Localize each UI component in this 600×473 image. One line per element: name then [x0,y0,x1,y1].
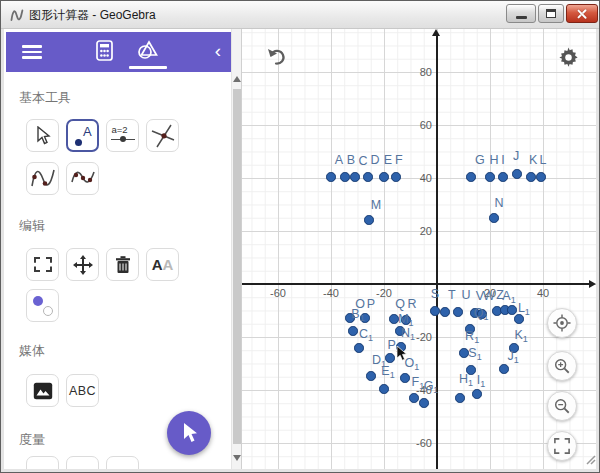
window-title: 图形计算器 - GeoGebra [29,7,156,24]
sidebar: ‹ 基本工具 A a=2 [4,29,231,469]
move-arrows-icon [71,253,95,277]
graph-point-A[interactable] [326,172,336,182]
scrollbar-down-arrow[interactable] [233,455,241,461]
minimize-button[interactable] [506,4,536,23]
y-tick-label: -60 [400,437,432,449]
undo-button[interactable] [266,47,290,69]
tool-point-style[interactable] [26,289,59,322]
point-label: P [367,297,375,311]
tool-delete[interactable] [106,248,139,281]
graph-point-E1[interactable] [379,384,389,394]
tool-label-style[interactable]: AA [146,248,179,281]
y-tick-label: 80 [400,66,432,78]
graph-point-G[interactable] [466,172,476,182]
point-label: C1 [359,327,373,344]
tool-function-through-points[interactable] [26,162,59,195]
graph-point-D[interactable] [363,172,373,182]
point-label: C [359,154,368,168]
tool-area[interactable]: cm² [106,456,139,469]
standard-view-button[interactable] [547,308,577,338]
graph-point-J1[interactable] [499,364,509,374]
graph-point-U[interactable] [453,307,463,317]
graph-point-O1[interactable] [400,373,410,383]
x-tick-label: -40 [323,287,339,299]
graph-point-E[interactable] [379,172,389,182]
scrollbar-thumb[interactable] [233,89,241,444]
angle-icon [34,464,52,470]
graph-point-F[interactable] [391,172,401,182]
point-label: L1 [518,301,530,318]
app-content: ‹ 基本工具 A a=2 [4,29,596,469]
graphics-view[interactable]: -60-40-20204080604020-20-40-60 ABCDEFGHI… [242,29,596,469]
zoom-in-button[interactable] [547,351,577,381]
graph-point-A1[interactable] [507,305,517,315]
section-label-measure: 度量 [19,431,45,449]
tool-select[interactable] [26,248,59,281]
scrollbar-up-arrow[interactable] [233,76,241,82]
image-icon [33,382,53,400]
graph-point-L[interactable] [536,172,546,182]
titlebar[interactable]: 图形计算器 - GeoGebra [1,1,599,29]
tools-fab-button[interactable] [167,411,211,455]
graph-point-B1[interactable] [348,326,358,336]
graph-point-N[interactable] [489,213,499,223]
resize-grip[interactable] [584,451,596,469]
graph-point-P1[interactable] [385,353,395,363]
point-label: Q1 [474,306,489,323]
sidebar-header: ‹ [6,32,231,72]
fullscreen-icon [554,438,570,454]
tool-intersect[interactable] [146,119,179,152]
undo-icon [266,47,288,67]
slider-icon: a=2 [111,126,135,146]
graph-point-D1[interactable] [366,371,376,381]
graph-point-K[interactable] [526,172,536,182]
graph-point-T[interactable] [440,307,450,317]
graph-point-G1[interactable] [419,398,429,408]
graph-point-I1[interactable] [472,389,482,399]
tool-point[interactable]: A [66,119,99,152]
graph-point-C[interactable] [350,172,360,182]
tab-calculator[interactable] [81,32,127,72]
curve-icon [30,166,56,192]
sidebar-scrollbar[interactable] [231,29,241,469]
section-label-edit: 编辑 [19,217,45,235]
point-label: K1 [514,328,527,345]
point-label: L [539,153,546,167]
standard-view-icon [553,314,571,332]
point-label: B [347,153,355,167]
point-label: E [384,153,392,167]
tool-slider[interactable]: a=2 [106,119,139,152]
point-label: R [407,297,416,311]
graph-point-C1[interactable] [354,343,364,353]
tool-image[interactable] [26,374,59,407]
tool-fit-curve[interactable] [66,162,99,195]
graph-point-H[interactable] [485,172,495,182]
tool-text[interactable]: ABC [66,374,99,407]
graph-point-M[interactable] [364,215,374,225]
text-tool-icon: ABC [69,384,96,398]
graph-point-H1[interactable] [455,393,465,403]
collapse-sidebar-button[interactable]: ‹ [215,40,221,62]
zoom-out-button[interactable] [547,391,577,421]
tool-angle[interactable] [26,456,59,469]
point-label: K [529,153,537,167]
graph-point-J[interactable] [512,169,522,179]
maximize-button[interactable] [538,4,564,23]
section-label-media: 媒体 [19,342,45,360]
x-axis-arrow [589,280,596,288]
tool-distance[interactable]: cm [66,456,99,469]
graph-point-I[interactable] [498,172,508,182]
settings-button[interactable] [558,47,580,69]
point-label: I1 [477,373,486,390]
point-label: Q [395,297,405,311]
graph-point-F1[interactable] [409,393,419,403]
tool-move[interactable] [26,119,59,152]
fab-cursor-icon [179,421,199,445]
fullscreen-button[interactable] [547,431,577,461]
close-button[interactable] [566,4,598,23]
graph-point-S[interactable] [430,306,440,316]
section-label-basic-tools: 基本工具 [19,89,71,107]
tool-translate-view[interactable] [66,248,99,281]
graph-point-B[interactable] [340,172,350,182]
menu-button[interactable] [22,45,42,59]
